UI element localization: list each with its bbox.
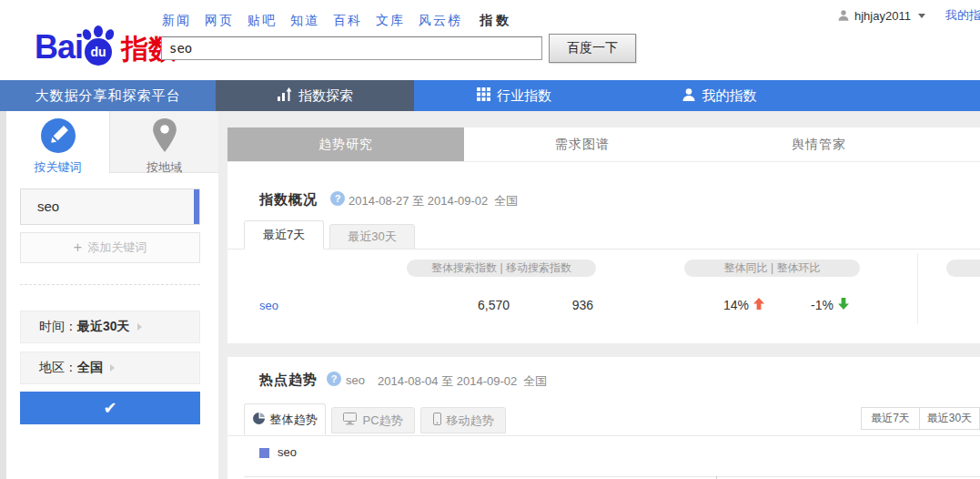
sidebar-divider	[20, 284, 200, 285]
time-filter[interactable]: 时间：最近30天	[20, 311, 200, 343]
sidebar-tab-by-region[interactable]: 按地域	[109, 111, 218, 173]
keyword-item-seo[interactable]: seo	[20, 189, 200, 225]
nav-link-tieba[interactable]: 贴吧	[248, 13, 277, 27]
overview-tab-last30days[interactable]: 最近30天	[329, 224, 415, 250]
navbar-tab-label: 我的指数	[702, 87, 757, 105]
down-arrow-icon	[838, 298, 849, 312]
my-index-link[interactable]: 我的指	[945, 7, 980, 24]
nav-current-zhishu: 指数	[480, 13, 512, 27]
time-filter-label: 时间：	[39, 319, 77, 335]
monitor-icon	[343, 413, 357, 428]
mobile-search-index-value: 936	[528, 298, 593, 312]
keyword-edit-icon	[6, 118, 109, 157]
nav-link-zhidao[interactable]: 知道	[290, 13, 319, 27]
person-icon	[682, 87, 696, 105]
navbar-tab-industry-index[interactable]: 行业指数	[414, 80, 614, 111]
bar-chart-icon	[277, 87, 292, 104]
add-keyword-button[interactable]: + 添加关键词	[20, 232, 200, 263]
user-icon	[837, 9, 850, 22]
overview-region: 全国	[494, 193, 518, 209]
chevron-right-icon	[137, 323, 142, 331]
trends-tab-overall[interactable]: 整体趋势	[244, 403, 326, 435]
user-area: hjhjay2011 我的指	[837, 7, 980, 24]
yoy-value: 14%	[723, 298, 749, 312]
sidebar-tab-by-keyword[interactable]: 按关键词	[6, 111, 109, 173]
keyword-color-bar	[194, 189, 199, 224]
trends-tab-label: 整体趋势	[270, 412, 318, 428]
index-overview-panel: 指数概况 ? 2014-08-27 至 2014-09-02 全国 最近7天 最…	[227, 162, 980, 343]
region-filter-label: 地区：	[39, 360, 77, 376]
logo-text-du: du	[85, 38, 112, 66]
pie-chart-icon	[253, 413, 265, 427]
tab-trend-research[interactable]: 趋势研究	[227, 127, 464, 161]
nav-link-wenku[interactable]: 文库	[376, 13, 405, 27]
overall-search-index-value: 6,570	[437, 298, 510, 312]
navbar-tab-label: 行业指数	[497, 87, 551, 105]
nav-link-baike[interactable]: 百科	[333, 13, 362, 27]
trends-tab-label: PC趋势	[362, 413, 402, 429]
plus-icon: +	[74, 240, 82, 256]
nav-link-fengyunbang[interactable]: 风云榜	[419, 13, 462, 27]
site-nav: 新闻网页贴吧知道百科文库风云榜指数	[162, 13, 512, 29]
legend-label: seo	[278, 445, 297, 459]
extra-header-pill	[946, 260, 980, 277]
help-icon[interactable]: ?	[330, 191, 345, 206]
research-tabs: 趋势研究 需求图谱 舆情管家	[227, 127, 980, 161]
baidu-index-page: Bai du 指数 新闻网页贴吧知道百科文库风云榜指数 百度一下 hjhjay2…	[0, 0, 980, 479]
trends-region: 全国	[523, 373, 547, 390]
tab-demand-map[interactable]: 需求图谱	[464, 127, 701, 161]
baidu-index-logo[interactable]: Bai du 指数	[35, 25, 176, 66]
overview-tab-last7days[interactable]: 最近7天	[244, 220, 324, 250]
sidebar-tab-label: 按关键词	[35, 160, 82, 174]
trends-tab-label: 移动趋势	[447, 413, 494, 429]
navbar-tagline: 大数据分享和探索平台	[0, 80, 216, 111]
search-index-header-pill: 整体搜索指数 | 移动搜索指数	[407, 260, 596, 277]
navbar-tab-label: 指数探索	[298, 87, 353, 105]
sidebar-tab-label: 按地域	[146, 160, 182, 174]
tab-sentiment-manager[interactable]: 舆情管家	[701, 127, 937, 161]
navbar-tab-my-index[interactable]: 我的指数	[614, 80, 823, 111]
mom-change: -1%	[811, 298, 849, 312]
location-pin-icon	[110, 118, 218, 157]
overview-date-range: 2014-08-27 至 2014-09-02	[349, 193, 488, 209]
chevron-right-icon	[110, 364, 115, 372]
baidu-paw-icon: du	[81, 25, 117, 66]
sidebar: 按关键词 按地域 seo + 添加关键词 时间：最近30天 地区：全国 ✔	[6, 111, 218, 479]
nav-link-web[interactable]: 网页	[205, 13, 234, 27]
legend-color-swatch	[259, 448, 269, 458]
header: Bai du 指数 新闻网页贴吧知道百科文库风云榜指数 百度一下 hjhjay2…	[0, 0, 980, 80]
grid-icon	[477, 87, 490, 104]
keyword-text: seo	[37, 189, 59, 224]
up-arrow-icon	[753, 298, 764, 312]
trends-keyword: seo	[346, 373, 365, 387]
baidu-search-button[interactable]: 百度一下	[549, 34, 636, 63]
trends-tab-mobile[interactable]: 移动趋势	[420, 407, 506, 433]
mom-value: -1%	[811, 298, 834, 312]
caret-down-icon[interactable]	[918, 14, 925, 18]
nav-link-news[interactable]: 新闻	[162, 13, 191, 27]
tab-underline	[227, 435, 980, 436]
overview-title: 指数概况	[259, 191, 318, 209]
tab-underline	[227, 249, 980, 250]
column-separator	[917, 253, 918, 324]
overview-row-keyword[interactable]: seo	[259, 299, 278, 312]
hot-trends-panel: 热点趋势 ? seo 2014-08-04 至 2014-09-02 全国 整体…	[227, 357, 980, 479]
left-gutter	[0, 111, 6, 479]
trends-range-last7days[interactable]: 最近7天	[861, 407, 920, 430]
confirm-button[interactable]: ✔	[20, 392, 200, 424]
trends-date-range: 2014-08-04 至 2014-09-02	[378, 373, 517, 390]
compare-header-pill: 整体同比 | 整体环比	[684, 260, 860, 277]
region-filter[interactable]: 地区：全国	[20, 352, 200, 384]
trends-title: 热点趋势	[259, 372, 318, 389]
yoy-change: 14%	[723, 298, 764, 312]
username[interactable]: hjhjay2011	[854, 9, 911, 23]
primary-navbar: 大数据分享和探索平台 指数探索 行业指数 我的指数	[0, 80, 980, 111]
time-filter-value: 最近30天	[77, 319, 130, 335]
trends-tab-pc[interactable]: PC趋势	[331, 407, 415, 433]
help-icon[interactable]: ?	[327, 372, 341, 386]
add-keyword-label: 添加关键词	[87, 240, 146, 256]
trends-range-last30days[interactable]: 最近30天	[919, 407, 980, 430]
logo-text-bai: Bai	[35, 29, 83, 66]
navbar-tab-index-explore[interactable]: 指数探索	[216, 80, 414, 111]
search-input[interactable]	[161, 36, 542, 60]
